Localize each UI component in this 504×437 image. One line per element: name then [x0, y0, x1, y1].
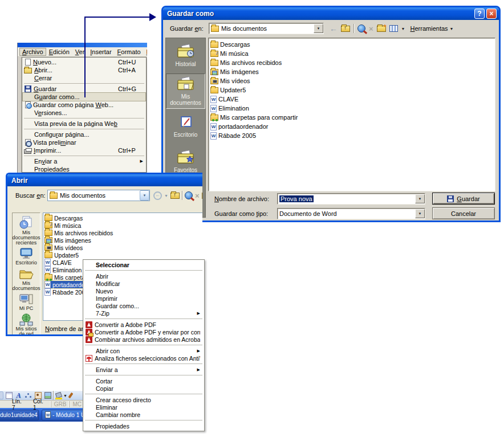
up-one-level-icon[interactable]	[341, 26, 350, 32]
menubar-item-edici-n[interactable]: Edición	[46, 48, 72, 56]
file-item-mis-v-deos[interactable]: Mis vídeos	[210, 76, 253, 85]
file-item-clave[interactable]: CLAVE	[44, 259, 74, 266]
context-menu-item-guardar-como[interactable]: Guardar como...	[84, 302, 204, 309]
taskbar-button-1[interactable]: dulo1unidade4	[0, 410, 39, 420]
file-menu-item-imprimir[interactable]: Imprimir...Ctrl+P	[23, 146, 145, 154]
context-menu-item-abrir-con[interactable]: Abrir con▶	[84, 347, 204, 354]
dropdown-arrow-button[interactable]	[140, 190, 149, 201]
place-mis-documentos-recientes[interactable]: Mis documentos recientes	[13, 216, 40, 246]
line-color-icon[interactable]	[68, 392, 73, 399]
context-menu-item-cortar[interactable]: Cortar	[84, 377, 204, 385]
close-button[interactable]: ×	[486, 9, 497, 19]
search-web-icon[interactable]	[185, 191, 193, 199]
file-item-r-bade-2005[interactable]: Rábade 2005	[210, 131, 258, 140]
new-folder-icon[interactable]	[377, 26, 386, 32]
menubar-item-formato[interactable]: Formato	[115, 48, 144, 56]
save-in-combobox[interactable]: Mis documentos	[209, 23, 324, 34]
context-menu-item-seleccionar[interactable]: Seleccionar	[84, 261, 204, 268]
clipart-icon[interactable]	[35, 392, 42, 399]
insert-picture-icon[interactable]	[44, 392, 51, 399]
dropdown-arrow-button[interactable]	[415, 209, 425, 218]
context-menu-item-copiar[interactable]: Copiar	[84, 385, 204, 392]
place-mis-documentos[interactable]: Mis documentos	[13, 268, 40, 291]
menu-item-label: Cerrar	[34, 75, 52, 81]
tools-menu-button[interactable]: Herramientas ▼	[409, 24, 456, 32]
back-icon[interactable]: ←	[330, 24, 338, 33]
file-item-elimination[interactable]: Elimination	[210, 104, 251, 113]
context-menu-item-eliminar[interactable]: Eliminar	[84, 403, 204, 411]
file-item-mis-carpetas-para-compartir[interactable]: Mis carpetas para compartir	[210, 113, 300, 122]
context-menu-item-crear-acceso-directo[interactable]: Crear acceso directo	[84, 396, 204, 403]
views-icon[interactable]	[389, 25, 398, 32]
dropdown-arrow-button[interactable]	[415, 194, 425, 203]
file-item-mis-im-genes[interactable]: Mis imágenes	[210, 67, 261, 76]
wordart-icon[interactable]: A	[14, 391, 23, 399]
delete-icon[interactable]: ×	[369, 24, 373, 33]
new-folder-icon[interactable]	[202, 193, 202, 199]
diagram-icon[interactable]	[24, 391, 32, 399]
place-mi-pc[interactable]: Mi PC	[13, 293, 40, 311]
menubar-item-insertar[interactable]: Insertar	[87, 48, 114, 56]
menubar-item-archivo[interactable]: Archivo	[19, 48, 46, 56]
chevron-down-icon: ▼	[450, 27, 454, 31]
context-menu-item-imprimir[interactable]: Imprimir	[84, 295, 204, 302]
place-escritorio[interactable]: Escritorio	[166, 109, 205, 144]
file-item-mis-archivos-recibidos[interactable]: Mis archivos recibidos	[44, 229, 115, 236]
file-item-mi-m-sica[interactable]: Mi música	[44, 222, 83, 229]
context-menu-item-convertir-a-adobe-pdf[interactable]: Convertir a Adobe PDF	[84, 321, 204, 328]
file-item-mi-m-sica[interactable]: Mi música	[210, 49, 251, 58]
menubar-item-herramientas[interactable]: Herramientas	[144, 48, 147, 56]
fill-color-icon[interactable]	[55, 392, 62, 399]
filename-label: Nombre de archivo:	[214, 193, 269, 205]
file-menu-item-versiones[interactable]: Versiones...	[23, 109, 145, 117]
file-item-mis-v-deos[interactable]: Mis vídeos	[44, 244, 85, 251]
file-menu-item-vista-preliminar[interactable]: Vista preliminar	[23, 138, 145, 146]
place-mis-sitios-de-red[interactable]: Mis sitios de red	[13, 313, 40, 336]
file-item-portadaordenador[interactable]: portadaordenador	[210, 122, 270, 131]
help-button[interactable]: ?	[474, 9, 485, 19]
place-mis-documentos[interactable]: Mis documentos	[166, 73, 205, 109]
context-menu-item-enviar-a[interactable]: Enviar a▶	[84, 366, 204, 373]
cancel-button[interactable]: Cancelar	[432, 207, 495, 219]
delete-icon[interactable]: ×	[195, 191, 200, 200]
context-menu-item-modificar[interactable]: Modificar	[84, 280, 204, 287]
file-item-clave[interactable]: CLAVE	[210, 95, 241, 104]
back-icon[interactable]	[153, 191, 162, 200]
file-menu-item-guardar-como-p-gina-web[interactable]: Guardar como página Web...	[23, 101, 145, 109]
views-dropdown-icon[interactable]: ▼	[401, 27, 405, 31]
textbox-icon[interactable]	[6, 392, 13, 399]
file-item-mis-im-genes[interactable]: Mis imágenes	[44, 236, 94, 244]
save-button[interactable]: Guardar	[432, 193, 495, 205]
fill-color-dropdown-icon[interactable]: ▼	[63, 394, 67, 398]
dialog-titlebar: Guardar como ? ×	[163, 7, 499, 20]
file-item-mis-archivos-recibidos[interactable]: Mis archivos recibidos	[210, 58, 284, 67]
context-menu-item-nuevo[interactable]: Nuevo	[84, 287, 204, 295]
place-escritorio[interactable]: Escritorio	[13, 247, 40, 266]
context-menu-item-propiedades[interactable]: Propiedades	[84, 422, 204, 430]
look-in-combobox[interactable]: Mis documentos	[47, 190, 150, 201]
file-menu-item-propiedades[interactable]: Propiedades	[23, 165, 145, 173]
context-menu-item-convertir-a-adobe-pdf-y-enviar-por-correo-electr-nico[interactable]: Convertir a Adobe PDF y enviar por corre…	[84, 328, 204, 336]
filename-combobox[interactable]: Prova nova	[277, 193, 425, 205]
context-menu-item-combinar-archivos-admitidos-en-acrobat[interactable]: Combinar archivos admitidos en Acrobat..…	[84, 336, 204, 343]
file-menu-item-configurar-p-gina[interactable]: Configurar página...	[23, 130, 145, 138]
context-menu-item-abrir[interactable]: Abrir	[84, 272, 204, 280]
file-item-elimination[interactable]: Elimination	[44, 266, 84, 273]
filetype-combobox[interactable]: Documento de Word	[277, 208, 425, 219]
folder-icon	[210, 87, 218, 93]
search-web-icon[interactable]	[357, 24, 365, 32]
place-historial[interactable]: Historial	[166, 38, 205, 73]
taskbar-button-2[interactable]: - Módulo 1 U	[42, 410, 84, 420]
menu-item-label: Guardar	[34, 85, 56, 92]
file-item-updater5[interactable]: Updater5	[44, 251, 81, 259]
file-menu-item-enviar-a[interactable]: Enviar a▶	[23, 157, 145, 165]
back-dropdown-icon[interactable]: ▼	[164, 194, 168, 198]
file-item-descargas[interactable]: Descargas	[210, 40, 253, 49]
file-item-updater5[interactable]: Updater5	[210, 85, 248, 95]
dropdown-arrow-button[interactable]	[314, 24, 323, 33]
context-menu-item-7-zip[interactable]: 7-Zip▶	[84, 309, 204, 317]
file-menu-item-vista-previa-de-la-p-gina-web[interactable]: Vista previa de la página Web	[23, 120, 145, 128]
up-one-level-icon[interactable]	[170, 193, 180, 199]
context-menu-item-cambiar-nombre[interactable]: Cambiar nombre	[84, 411, 204, 418]
context-menu-item-analiza-ficheros-seleccionados-con-antivir[interactable]: Analiza ficheros seleccionados con AntiV…	[84, 354, 204, 362]
